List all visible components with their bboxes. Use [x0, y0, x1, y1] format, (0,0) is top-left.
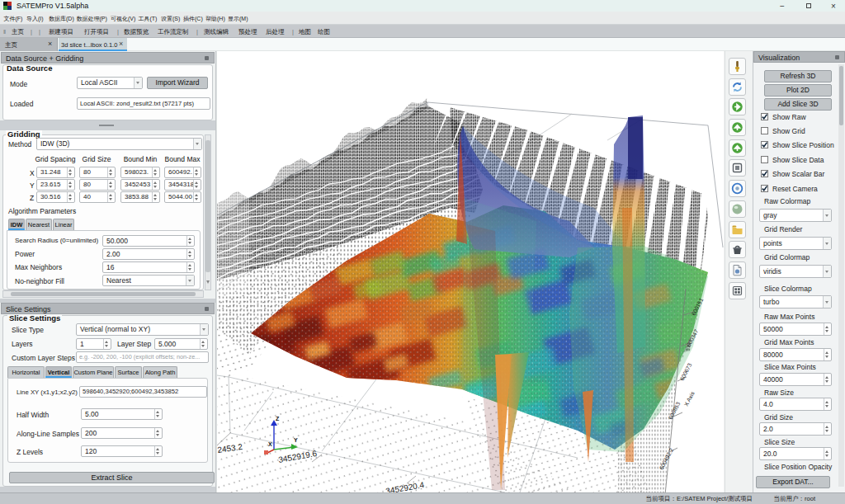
svg-text:X: X	[268, 441, 272, 447]
svg-text:Y: Y	[294, 437, 298, 443]
svg-text:Z: Z	[276, 416, 280, 422]
